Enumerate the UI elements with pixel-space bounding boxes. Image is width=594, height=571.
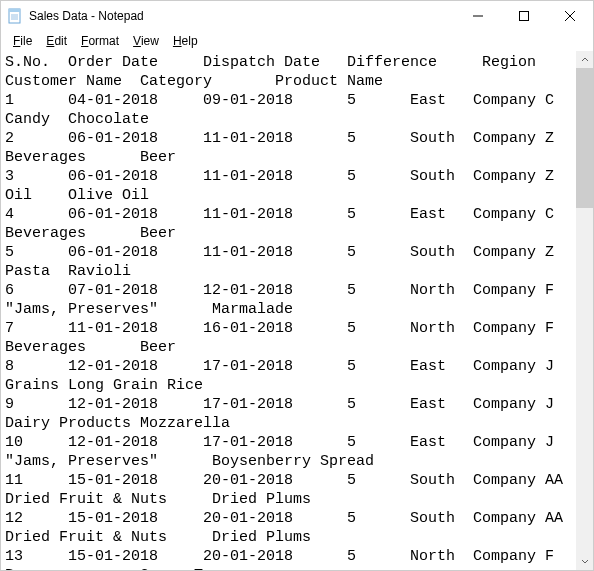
menu-format[interactable]: Format (75, 32, 125, 50)
minimize-button[interactable] (455, 1, 501, 31)
scroll-up-arrow[interactable] (576, 51, 593, 68)
menubar: File Edit Format View Help (1, 31, 593, 51)
svg-rect-1 (9, 9, 20, 12)
close-button[interactable] (547, 1, 593, 31)
titlebar: Sales Data - Notepad (1, 1, 593, 31)
svg-rect-6 (520, 12, 529, 21)
menu-view[interactable]: View (127, 32, 165, 50)
menu-help[interactable]: Help (167, 32, 204, 50)
text-editor[interactable]: S.No. Order Date Dispatch Date Differenc… (1, 51, 576, 570)
maximize-button[interactable] (501, 1, 547, 31)
vertical-scrollbar[interactable] (576, 51, 593, 570)
scroll-down-arrow[interactable] (576, 553, 593, 570)
content-area: S.No. Order Date Dispatch Date Differenc… (1, 51, 593, 570)
menu-file[interactable]: File (7, 32, 38, 50)
menu-edit[interactable]: Edit (40, 32, 73, 50)
window-controls (455, 1, 593, 31)
scroll-thumb[interactable] (576, 68, 593, 208)
window-title: Sales Data - Notepad (29, 9, 455, 23)
notepad-icon (7, 8, 23, 24)
